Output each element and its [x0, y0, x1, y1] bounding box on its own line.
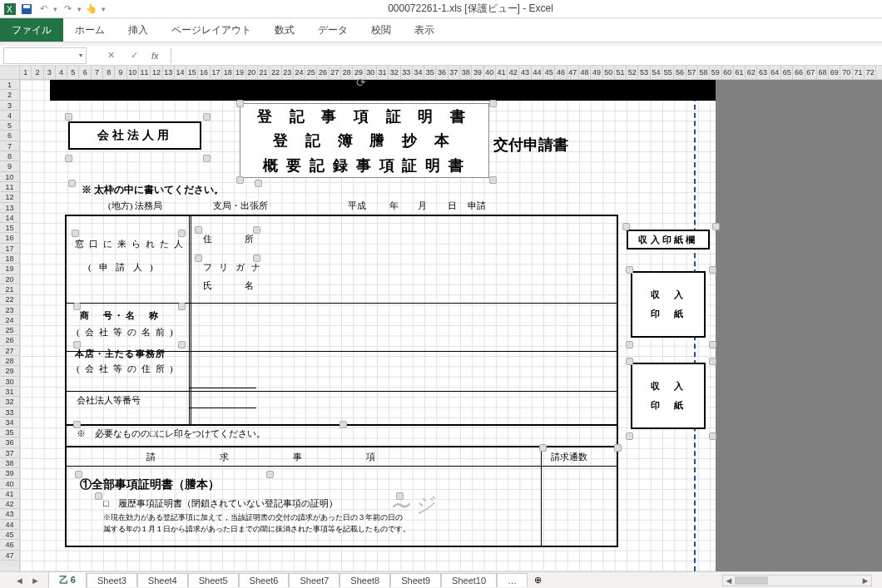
tab-page-layout[interactable]: ページレイアウト — [160, 18, 263, 42]
row-header[interactable]: 11 — [0, 182, 19, 192]
row-header[interactable]: 45 — [0, 530, 19, 540]
row-header[interactable]: 41 — [0, 489, 19, 499]
column-header[interactable]: 6 — [79, 66, 91, 79]
column-header[interactable]: 70 — [840, 66, 852, 79]
row-header[interactable]: 13 — [0, 203, 19, 213]
column-header[interactable]: 53 — [638, 66, 650, 79]
column-header[interactable]: 12 — [151, 66, 162, 79]
column-header[interactable]: 32 — [389, 66, 400, 79]
column-header[interactable]: 58 — [698, 66, 710, 79]
column-header[interactable]: 40 — [484, 66, 496, 79]
enter-icon[interactable]: ✓ — [125, 47, 143, 65]
sheet-tab[interactable]: Sheet9 — [390, 573, 441, 587]
column-header[interactable]: 47 — [567, 66, 579, 79]
row-header[interactable]: 5 — [0, 121, 19, 131]
tab-file[interactable]: ファイル — [0, 18, 63, 42]
select-all-corner[interactable] — [0, 66, 19, 80]
column-header[interactable]: 37 — [448, 66, 460, 79]
nav-next-icon[interactable]: ► — [31, 576, 40, 586]
column-header[interactable]: 33 — [401, 66, 413, 79]
column-header[interactable]: 19 — [234, 66, 245, 79]
row-header[interactable]: 7 — [0, 141, 19, 151]
column-header[interactable]: 21 — [258, 66, 270, 79]
column-header[interactable]: 39 — [472, 66, 483, 79]
column-header[interactable]: 50 — [603, 66, 615, 79]
column-header[interactable]: 35 — [424, 66, 436, 79]
row-header[interactable]: 28 — [0, 356, 19, 366]
column-header[interactable]: 15 — [186, 66, 198, 79]
undo-icon[interactable]: ↶ — [37, 2, 50, 16]
column-header[interactable]: 24 — [294, 66, 305, 79]
column-header[interactable]: 69 — [829, 66, 840, 79]
column-header[interactable]: 72 — [865, 66, 876, 79]
tab-insert[interactable]: 挿入 — [116, 18, 160, 42]
redo-icon[interactable]: ↷ — [61, 2, 74, 16]
sheet-nav[interactable]: ◄► — [7, 576, 48, 586]
row-header[interactable]: 32 — [0, 397, 19, 407]
row-header[interactable]: 14 — [0, 213, 19, 223]
row-header[interactable]: 36 — [0, 437, 19, 447]
column-header[interactable]: 42 — [508, 66, 519, 79]
column-header[interactable]: 51 — [615, 66, 627, 79]
tab-data[interactable]: データ — [306, 18, 359, 42]
row-header[interactable]: 37 — [0, 448, 19, 458]
row-header[interactable]: 40 — [0, 479, 19, 489]
column-header[interactable]: 5 — [67, 66, 79, 79]
column-header[interactable]: 60 — [722, 66, 734, 79]
new-sheet-icon[interactable]: ⊕ — [528, 575, 548, 586]
nav-prev-icon[interactable]: ◄ — [15, 576, 24, 586]
column-header[interactable]: 38 — [460, 66, 472, 79]
column-header[interactable]: 7 — [92, 66, 103, 79]
tab-formulas[interactable]: 数式 — [263, 18, 306, 42]
column-header[interactable]: 62 — [746, 66, 757, 79]
column-header[interactable]: 9 — [115, 66, 126, 79]
row-header[interactable]: 1 — [0, 80, 19, 90]
name-box[interactable]: ▾ — [3, 47, 87, 64]
column-header[interactable]: 57 — [686, 66, 698, 79]
row-header[interactable]: 26 — [0, 335, 19, 345]
row-header[interactable]: 31 — [0, 387, 19, 397]
column-header[interactable]: 68 — [817, 66, 829, 79]
row-header[interactable]: 47 — [0, 551, 19, 561]
row-header[interactable]: 34 — [0, 418, 19, 427]
column-header[interactable]: 16 — [198, 66, 210, 79]
fx-label[interactable]: fx — [148, 51, 162, 61]
column-header[interactable]: 56 — [674, 66, 686, 79]
row-header[interactable]: 27 — [0, 346, 19, 356]
column-header[interactable]: 44 — [532, 66, 543, 79]
column-header[interactable]: 61 — [734, 66, 746, 79]
column-header[interactable]: 54 — [651, 66, 662, 79]
row-header[interactable]: 18 — [0, 254, 19, 264]
column-header[interactable]: 55 — [662, 66, 674, 79]
row-header[interactable]: 19 — [0, 264, 19, 274]
row-header[interactable]: 20 — [0, 274, 19, 284]
row-header[interactable]: 17 — [0, 244, 19, 254]
row-header[interactable]: 44 — [0, 520, 19, 530]
column-header[interactable]: 45 — [543, 66, 555, 79]
column-header[interactable]: 4 — [56, 66, 67, 79]
save-icon[interactable] — [20, 2, 33, 16]
row-header[interactable]: 24 — [0, 315, 19, 325]
row-header[interactable]: 15 — [0, 223, 19, 233]
column-header[interactable]: 10 — [127, 66, 139, 79]
row-header[interactable]: 23 — [0, 305, 19, 315]
column-header[interactable]: 46 — [555, 66, 567, 79]
column-header[interactable]: 34 — [413, 66, 424, 79]
sheet-tab[interactable]: Sheet7 — [289, 573, 339, 587]
column-header[interactable]: 22 — [270, 66, 281, 79]
column-header[interactable]: 71 — [853, 66, 865, 79]
column-header[interactable]: 65 — [781, 66, 793, 79]
column-header[interactable]: 18 — [222, 66, 234, 79]
sheet-tab[interactable]: Sheet8 — [339, 573, 390, 587]
sheet-tab[interactable]: Sheet4 — [137, 573, 188, 587]
column-header[interactable]: 30 — [365, 66, 377, 79]
row-header[interactable]: 16 — [0, 233, 19, 243]
column-header[interactable]: 49 — [591, 66, 602, 79]
row-header[interactable]: 4 — [0, 111, 19, 121]
row-header[interactable]: 12 — [0, 192, 19, 202]
row-header[interactable]: 39 — [0, 468, 19, 478]
row-header[interactable]: 30 — [0, 377, 19, 387]
column-header[interactable]: 52 — [627, 66, 638, 79]
column-header[interactable]: 26 — [317, 66, 329, 79]
column-header[interactable]: 23 — [282, 66, 294, 79]
